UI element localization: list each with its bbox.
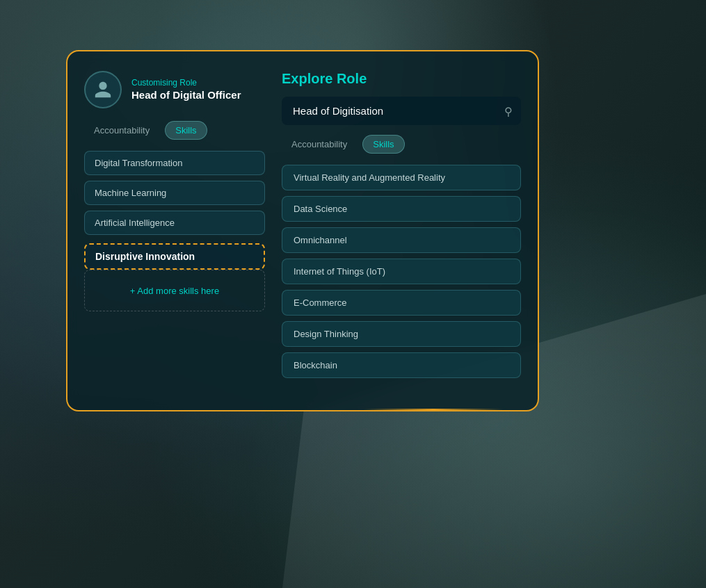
dragging-skill-chip[interactable]: Disruptive Innovation xyxy=(84,243,265,270)
add-skills-link[interactable]: + Add more skills here xyxy=(130,286,219,296)
right-tab-row: Accountability Skills xyxy=(282,135,521,154)
list-item[interactable]: Design Thinking xyxy=(282,321,521,347)
customising-label: Customising Role xyxy=(131,78,241,88)
list-item[interactable]: Virtual Reality and Augmented Reality xyxy=(282,165,521,190)
list-item[interactable]: Blockchain xyxy=(282,352,521,378)
left-tab-row: Accountability Skills xyxy=(84,121,265,140)
right-tab-skills[interactable]: Skills xyxy=(362,135,404,154)
list-item[interactable]: E-Commerce xyxy=(282,290,521,316)
left-panel: Customising Role Head of Digital Officer… xyxy=(84,71,265,391)
left-skills-list: Digital Transformation Machine Learning … xyxy=(84,151,265,235)
explore-title: Explore Role xyxy=(282,71,521,87)
list-item[interactable]: Omnichannel xyxy=(282,227,521,253)
left-tab-skills[interactable]: Skills xyxy=(165,121,207,140)
search-icon: ⚲ xyxy=(504,104,513,117)
main-card: Customising Role Head of Digital Officer… xyxy=(66,50,539,411)
right-tab-accountability[interactable]: Accountability xyxy=(282,136,357,153)
role-title: Head of Digital Officer xyxy=(131,89,241,101)
profile-section: Customising Role Head of Digital Officer xyxy=(84,71,265,108)
profile-text: Customising Role Head of Digital Officer xyxy=(131,78,241,101)
left-tab-accountability[interactable]: Accountability xyxy=(84,122,159,139)
search-input[interactable] xyxy=(282,97,521,125)
list-item: Artificial Intelligence xyxy=(84,211,265,235)
right-panel: Explore Role ⚲ Accountability Skills Vir… xyxy=(282,71,521,391)
add-skills-area[interactable]: + Add more skills here xyxy=(84,270,265,311)
person-icon xyxy=(93,80,113,99)
list-item: Digital Transformation xyxy=(84,151,265,175)
list-item[interactable]: Data Science xyxy=(282,196,521,222)
list-item[interactable]: Internet of Things (IoT) xyxy=(282,259,521,284)
list-item: Machine Learning xyxy=(84,181,265,205)
search-box: ⚲ xyxy=(282,97,521,125)
avatar xyxy=(84,71,122,108)
explore-skills-list: Virtual Reality and Augmented Reality Da… xyxy=(282,165,521,378)
